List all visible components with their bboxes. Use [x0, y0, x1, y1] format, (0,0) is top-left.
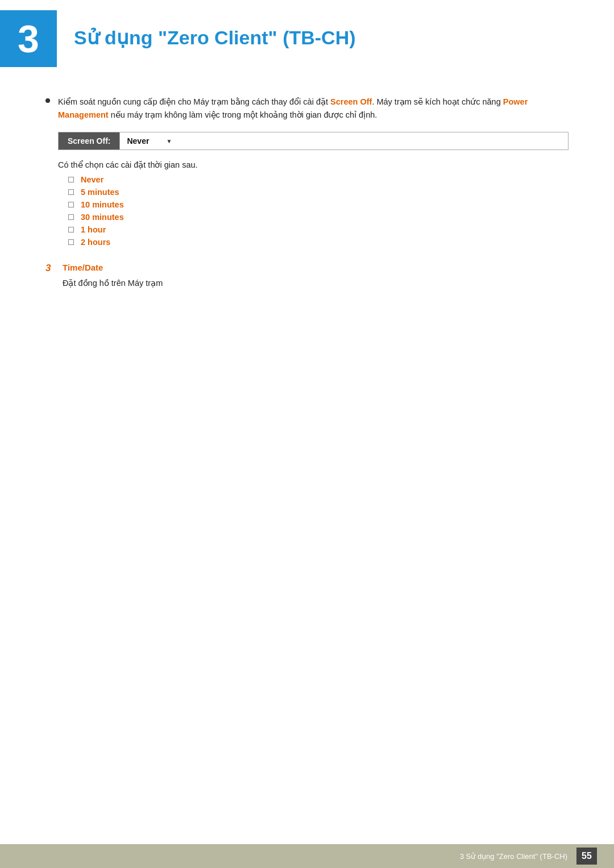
section-header: 3 Time/Date: [45, 263, 569, 274]
options-intro: Có thể chọn các cài đặt thời gian sau.: [58, 160, 569, 169]
bullet-text-part3: nếu máy trạm không làm việc trong một kh…: [109, 110, 377, 119]
bullet-item: Kiểm soát nguồn cung cấp điện cho Máy tr…: [45, 95, 569, 122]
checkbox-icon: [68, 189, 74, 195]
bullet-text: Kiểm soát nguồn cung cấp điện cho Máy tr…: [58, 95, 569, 122]
screen-off-term: Screen Off: [330, 97, 372, 106]
chapter-title: Sử dụng "Zero Client" (TB-CH): [74, 26, 356, 49]
section-title: Time/Date: [63, 263, 103, 272]
footer-text: 3 Sử dụng "Zero Client" (TB-CH): [460, 852, 567, 861]
section-body: Đặt đồng hồ trên Máy trạm: [63, 279, 569, 288]
option-never: Never: [81, 175, 103, 184]
option-30min: 30 minutes: [81, 213, 124, 222]
list-item: 10 minutes: [68, 200, 569, 209]
page-number: 55: [576, 848, 597, 865]
chapter-header: 3 Sử dụng "Zero Client" (TB-CH): [0, 0, 614, 67]
checkbox-icon: [68, 239, 74, 245]
option-1hour: 1 hour: [81, 225, 106, 234]
bullet-text-part2: . Máy trạm sẽ kích hoạt chức năng: [372, 97, 503, 106]
bullet-section: Kiểm soát nguồn cung cấp điện cho Máy tr…: [45, 95, 569, 247]
section-number: 3: [45, 263, 57, 274]
screen-off-widget[interactable]: Screen Off: Never ▼: [58, 132, 569, 150]
dropdown-arrow-icon: ▼: [166, 138, 172, 144]
checkbox-icon: [68, 202, 74, 207]
screen-off-selected-value: Never: [127, 136, 149, 146]
list-item: 30 minutes: [68, 213, 569, 222]
list-item: Never: [68, 175, 569, 184]
page-footer: 3 Sử dụng "Zero Client" (TB-CH) 55: [0, 844, 614, 868]
screen-off-label: Screen Off:: [59, 132, 119, 149]
bullet-dot-icon: [45, 98, 50, 103]
option-5min: 5 minutes: [81, 188, 119, 197]
option-2hours: 2 hours: [81, 238, 110, 247]
options-list: Never 5 minutes 10 minutes 30 minutes 1 …: [68, 175, 569, 247]
chapter-number: 3: [18, 19, 39, 58]
numbered-section: 3 Time/Date Đặt đồng hồ trên Máy trạm: [45, 263, 569, 288]
list-item: 1 hour: [68, 225, 569, 234]
bullet-text-part1: Kiểm soát nguồn cung cấp điện cho Máy tr…: [58, 97, 330, 106]
checkbox-icon: [68, 227, 74, 232]
checkbox-icon: [68, 177, 74, 182]
screen-off-value[interactable]: Never ▼: [119, 132, 188, 149]
list-item: 2 hours: [68, 238, 569, 247]
list-item: 5 minutes: [68, 188, 569, 197]
chapter-number-block: 3: [0, 10, 57, 67]
option-10min: 10 minutes: [81, 200, 124, 209]
checkbox-icon: [68, 214, 74, 220]
main-content: Kiểm soát nguồn cung cấp điện cho Máy tr…: [0, 95, 614, 344]
